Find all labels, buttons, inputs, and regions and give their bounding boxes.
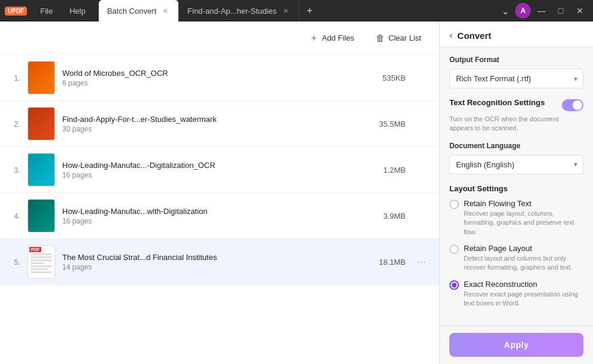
output-format-select-wrapper: Rich Text Format (.rtf) Word Document (.…: [449, 69, 583, 88]
item-thumbnail: [28, 199, 55, 233]
radio-content-flowing: Retain Flowing Text Recover page layout,…: [464, 199, 583, 237]
radio-option-flowing[interactable]: Retain Flowing Text Recover page layout,…: [449, 199, 583, 237]
item-thumbnail: [28, 107, 55, 140]
toggle-label: Text Recognition Settings: [449, 98, 562, 111]
item-number: 1.: [10, 74, 20, 82]
pdf-label: PDF: [29, 247, 41, 252]
menu-help[interactable]: Help: [61, 4, 94, 18]
document-language-label: Document Language: [449, 142, 583, 150]
document-language-section: Document Language English (English) Fren…: [449, 142, 583, 175]
trash-icon: 🗑: [376, 33, 385, 43]
main-area: ＋ Add Files 🗑 Clear List 1. World of Mic…: [0, 22, 593, 364]
tab-batch-label: Batch Convert: [107, 7, 156, 16]
titlebar-menu: File Help: [32, 4, 94, 18]
output-format-label: Output Format: [449, 56, 583, 64]
item-pages: 16 pages: [62, 217, 363, 225]
item-info: World of Microbes_OCR_OCR 6 pages: [62, 69, 363, 87]
radio-title-page: Retain Page Layout: [464, 244, 583, 253]
radio-btn-page[interactable]: [449, 244, 459, 254]
item-size: 535KB: [370, 74, 406, 82]
layout-settings-section: Layout Settings Retain Flowing Text Reco…: [449, 184, 583, 308]
item-thumbnail: PDF: [28, 245, 55, 279]
item-size: 18.1MB: [370, 258, 406, 267]
item-thumbnail: [28, 61, 55, 94]
radio-btn-exact[interactable]: [449, 280, 459, 290]
document-language-select-wrapper: English (English) French (Français) Germ…: [449, 155, 583, 175]
file-toolbar: ＋ Add Files 🗑 Clear List: [0, 22, 439, 55]
text-recognition-toggle[interactable]: [562, 99, 583, 111]
radio-desc-flowing: Recover page layout, columns, formatting…: [464, 209, 583, 237]
output-format-select[interactable]: Rich Text Format (.rtf) Word Document (.…: [449, 69, 583, 88]
text-recognition-desc: Turn on the OCR when the document appear…: [449, 115, 583, 133]
minimize-button[interactable]: —: [533, 2, 550, 19]
item-number: 4.: [10, 212, 20, 221]
item-number: 3.: [10, 166, 20, 175]
add-files-button[interactable]: ＋ Add Files: [301, 29, 363, 47]
list-item[interactable]: 1. World of Microbes_OCR_OCR 6 pages 535…: [0, 55, 439, 101]
panel-body: Output Format Rich Text Format (.rtf) Wo…: [440, 47, 593, 325]
maximize-button[interactable]: □: [552, 2, 569, 19]
list-item[interactable]: 2. Find-and-Apply-For-t...er-Studies_wat…: [0, 101, 439, 147]
radio-desc-page: Detect layout and columns but only recov…: [464, 254, 583, 273]
tab-add-button[interactable]: +: [299, 0, 320, 22]
item-pages: 16 pages: [62, 171, 363, 179]
close-button[interactable]: ✕: [571, 2, 588, 19]
item-thumbnail: [28, 153, 55, 186]
right-panel: ‹ Convert Output Format Rich Text Format…: [440, 22, 593, 364]
item-name: How-Leading-Manufac...-Digitalization_OC…: [62, 161, 363, 170]
text-recognition-row: Text Recognition Settings: [449, 98, 583, 111]
clear-list-button[interactable]: 🗑 Clear List: [367, 29, 430, 47]
panel-title: Convert: [457, 30, 491, 41]
toggle-knob: [573, 100, 582, 110]
item-number: 5.: [10, 258, 20, 267]
tab-add-icon: +: [306, 5, 313, 17]
titlebar-right: ⌄ A — □ ✕: [498, 2, 588, 19]
item-pages: 14 pages: [62, 263, 363, 271]
tab-find-label: Find-and-Ap...her-Studies: [187, 7, 276, 16]
radio-option-page[interactable]: Retain Page Layout Detect layout and col…: [449, 244, 583, 273]
document-language-select[interactable]: English (English) French (Français) Germ…: [449, 155, 583, 175]
titlebar: UPDF File Help Batch Convert ✕ Find-and-…: [0, 0, 593, 22]
panel-header: ‹ Convert: [440, 22, 593, 47]
item-name: World of Microbes_OCR_OCR: [62, 69, 363, 78]
apply-button[interactable]: Apply: [449, 333, 583, 357]
radio-title-exact: Exact Reconstruction: [464, 280, 583, 289]
app-logo: UPDF: [5, 7, 27, 16]
tabs-area: Batch Convert ✕ Find-and-Ap...her-Studie…: [99, 0, 498, 22]
item-context-menu-button[interactable]: ⋯: [413, 254, 430, 270]
item-size: 35.5MB: [370, 120, 406, 129]
item-info: How-Leading-Manufac...-Digitalization_OC…: [62, 161, 363, 179]
avatar[interactable]: A: [515, 3, 531, 19]
item-info: How-Leading-Manufac...with-Digitalizatio…: [62, 207, 363, 225]
overflow-button[interactable]: ⌄: [498, 4, 513, 18]
item-name: How-Leading-Manufac...with-Digitalizatio…: [62, 207, 363, 216]
item-name: The Most Crucial Strat...d Financial Ins…: [62, 253, 363, 262]
layout-settings-title: Layout Settings: [449, 184, 583, 193]
tab-batch-convert[interactable]: Batch Convert ✕: [99, 0, 179, 22]
text-recognition-section: Text Recognition Settings Turn on the OC…: [449, 98, 583, 133]
item-size: 1.2MB: [370, 166, 406, 175]
item-name: Find-and-Apply-For-t...er-Studies_waterm…: [62, 115, 363, 124]
panel-back-button[interactable]: ‹: [449, 30, 452, 41]
file-list: 1. World of Microbes_OCR_OCR 6 pages 535…: [0, 55, 439, 364]
radio-btn-flowing[interactable]: [449, 200, 459, 209]
tab-batch-close[interactable]: ✕: [161, 7, 170, 16]
radio-desc-exact: Recover exact page presentation using te…: [464, 290, 583, 308]
radio-option-exact[interactable]: Exact Reconstruction Recover exact page …: [449, 280, 583, 308]
item-size: 3.9MB: [370, 212, 406, 221]
tab-find[interactable]: Find-and-Ap...her-Studies ✕: [179, 0, 299, 22]
list-item[interactable]: 5. PDF: [0, 239, 439, 285]
text-recognition-title: Text Recognition Settings: [449, 98, 557, 107]
tab-find-close[interactable]: ✕: [281, 7, 290, 16]
item-info: Find-and-Apply-For-t...er-Studies_waterm…: [62, 115, 363, 133]
apply-button-area: Apply: [440, 325, 593, 364]
radio-title-flowing: Retain Flowing Text: [464, 199, 583, 208]
file-list-area: ＋ Add Files 🗑 Clear List 1. World of Mic…: [0, 22, 440, 364]
list-item[interactable]: 4. How-Leading-Manufac...with-Digitaliza…: [0, 193, 439, 239]
radio-content-exact: Exact Reconstruction Recover exact page …: [464, 280, 583, 308]
menu-file[interactable]: File: [32, 4, 61, 18]
add-icon: ＋: [309, 32, 318, 44]
item-pages: 6 pages: [62, 79, 363, 87]
radio-content-page: Retain Page Layout Detect layout and col…: [464, 244, 583, 273]
list-item[interactable]: 3. How-Leading-Manufac...-Digitalization…: [0, 147, 439, 193]
